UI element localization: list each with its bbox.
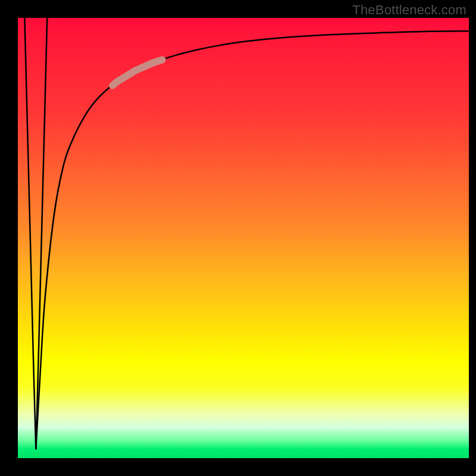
saturation-curve (36, 31, 469, 449)
spike-curve-path (24, 18, 47, 449)
watermark-text: TheBottleneck.com (352, 2, 466, 18)
chart-svg (18, 18, 469, 458)
chart-frame: TheBottleneck.com (0, 0, 476, 476)
highlight-segment (112, 60, 162, 85)
plot-area (18, 18, 469, 458)
spike-curve (24, 18, 47, 449)
highlight-segment-path (112, 60, 162, 85)
saturation-curve-path (36, 31, 469, 449)
